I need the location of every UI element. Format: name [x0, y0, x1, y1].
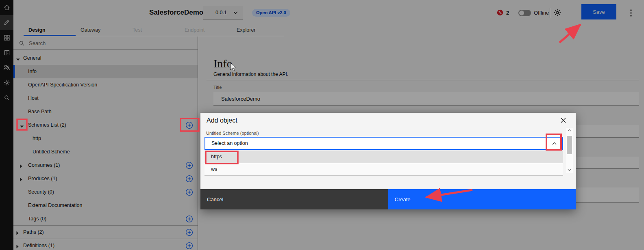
cancel-button[interactable]: Cancel [200, 189, 388, 209]
modal-title: Add object [207, 117, 237, 124]
option-https[interactable]: https [205, 151, 563, 163]
option-ws[interactable]: ws [205, 163, 563, 176]
modal-scrollbar[interactable] [566, 128, 573, 173]
create-button[interactable]: Create [388, 189, 576, 209]
add-object-modal: Add object Untitled Scheme (optional) Se… [200, 113, 576, 209]
scroll-down-icon[interactable] [568, 169, 571, 171]
chevron-up-icon[interactable] [552, 142, 557, 145]
scrollbar-thumb[interactable] [567, 136, 572, 154]
scheme-field-label: Untitled Scheme (optional) [206, 131, 259, 136]
scheme-select-value: Select an option [211, 140, 248, 146]
scroll-up-icon[interactable] [568, 129, 571, 131]
app-window: SalesforceDemo 0.0.1 Open API v2.0 2 Off… [0, 0, 644, 250]
scheme-select[interactable]: Select an option [205, 137, 563, 150]
modal-close-button[interactable] [559, 116, 567, 124]
modal-footer: Cancel Create [200, 189, 576, 209]
dropdown-menu: httpsws [205, 151, 563, 176]
close-icon [561, 118, 566, 123]
